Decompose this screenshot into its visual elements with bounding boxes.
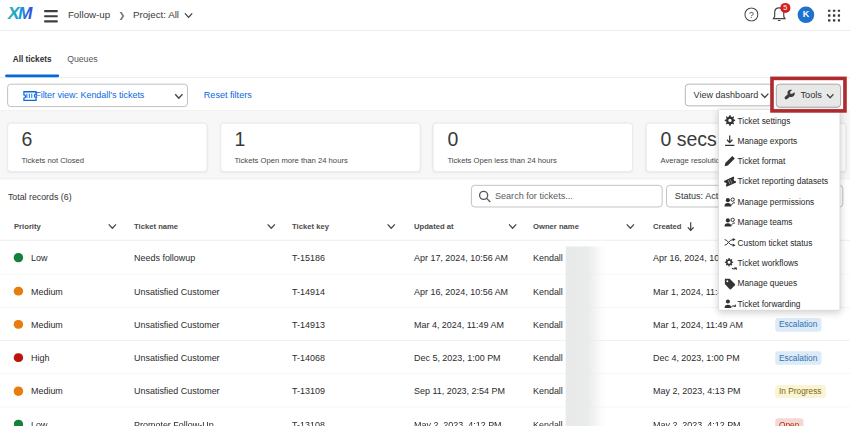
svg-text:XM: XM [7,4,34,23]
svg-text:?: ? [749,10,754,20]
